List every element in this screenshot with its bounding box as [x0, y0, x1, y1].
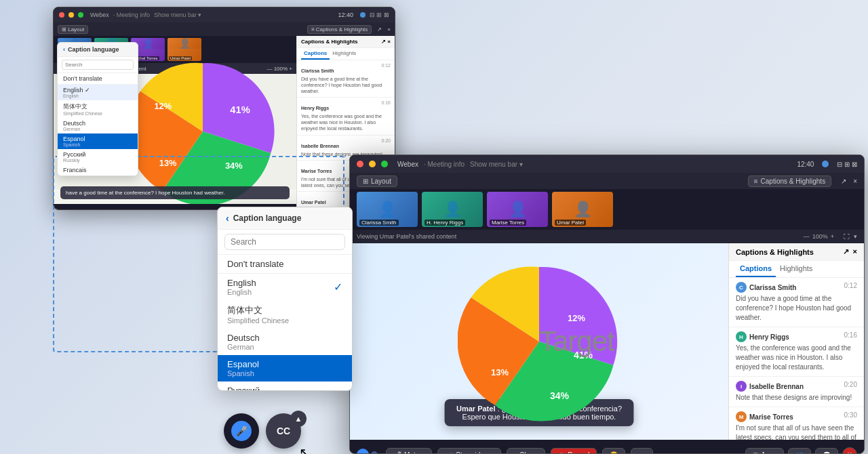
small-show-menu[interactable]: Show menu bar ▾: [154, 12, 202, 18]
main-caption-isabelle: I Isabelle Brennan 0:20 Note that these …: [729, 377, 864, 407]
dropdown-back-arrow[interactable]: ‹: [226, 213, 229, 224]
reactions-icon: 😊: [610, 451, 618, 455]
main-panel-close[interactable]: ×: [853, 247, 857, 256]
bottom-expand-btn[interactable]: ▲: [290, 411, 307, 427]
fullscreen-btn[interactable]: ⛶: [844, 233, 850, 240]
main-window-controls[interactable]: ⊟ ⊞ ⊠: [837, 161, 857, 168]
svg-text:34%: 34%: [225, 161, 243, 171]
main-show-menu[interactable]: Show menu bar ▾: [470, 161, 523, 168]
small-mute-btn[interactable]: 🎤 Mute ▾: [91, 209, 119, 210]
main-maximize-dot[interactable]: [381, 161, 388, 167]
main-stop-video-btn[interactable]: 📹 Stop video ▾: [437, 448, 500, 455]
main-content-area: Target 12% 41% 34% 13%: [350, 243, 864, 440]
avatar-isabelle: I: [736, 381, 747, 392]
main-captions-close[interactable]: ×: [853, 178, 857, 185]
english-check-icon: ✓: [334, 281, 342, 293]
avatar-marise: M: [736, 411, 747, 422]
main-mute-btn[interactable]: 🎤 Mute ▾: [386, 448, 432, 455]
zoom-level: 100%: [812, 233, 828, 240]
dropdown-search-box: [218, 230, 352, 255]
collapse-btn[interactable]: ▾: [854, 233, 857, 240]
small-stop-video-btn[interactable]: 📹 Stop video ▾: [123, 209, 164, 210]
caption-search-input[interactable]: [224, 234, 345, 250]
svg-text:13%: 13%: [491, 367, 509, 377]
chart-target-label: Target: [539, 325, 614, 358]
bottom-mic-btn[interactable]: 🎤: [224, 413, 259, 449]
small-status-dot: [360, 12, 366, 18]
small-item-francais[interactable]: Francais: [58, 165, 138, 176]
main-minimize-dot[interactable]: [369, 161, 376, 167]
main-caption-clarissa: C Clarissa Smith 0:12 Did you have a goo…: [729, 278, 864, 327]
mic-status-icon: ●: [357, 449, 369, 454]
main-participant-henry: 👤 H. Henry Riggs: [422, 192, 483, 227]
avatar-henry: H: [736, 331, 747, 342]
small-item-english[interactable]: English ✓ English: [58, 85, 138, 100]
main-panel-tabs: Captions Highlights: [729, 261, 864, 278]
small-pie-chart: 41% 34% 13% 12%: [128, 57, 277, 206]
main-close-dot[interactable]: [357, 161, 363, 167]
small-captions-popout[interactable]: ↗: [377, 26, 382, 33]
small-panel-tabs: Captions Highlights: [297, 48, 395, 60]
svg-text:41%: 41%: [230, 104, 250, 115]
small-app-name: Webex: [90, 12, 109, 18]
small-item-chinese[interactable]: 简体中文 Simplified Chinese: [58, 100, 138, 118]
main-captions-popout[interactable]: ↗: [841, 178, 846, 185]
main-meeting-info[interactable]: · Meeting info: [424, 161, 465, 168]
main-reactions-btn[interactable]: 😊: [602, 448, 625, 455]
main-people-btn[interactable]: 👥: [788, 448, 811, 455]
zoom-minus[interactable]: —: [804, 233, 810, 240]
video-chevron: ▾: [491, 452, 494, 455]
dropdown-item-dont-translate[interactable]: Don't translate: [218, 255, 352, 273]
minimize-dot[interactable]: [68, 12, 74, 18]
main-captions-scroll: C Clarissa Smith 0:12 Did you have a goo…: [729, 278, 864, 440]
main-end-btn[interactable]: ×: [842, 447, 857, 454]
main-record-btn[interactable]: ⏺ Record: [551, 448, 597, 455]
share-icon: ↑: [514, 451, 517, 455]
small-search-input[interactable]: [62, 60, 134, 70]
small-record-btn[interactable]: ⏺ Record: [192, 210, 220, 211]
small-meeting-info[interactable]: · Meeting info: [113, 12, 150, 18]
chat-icon: 💬: [823, 451, 831, 455]
small-tab-highlights[interactable]: Highlights: [330, 48, 359, 60]
small-layout-btn[interactable]: ⊞ Layout: [58, 25, 88, 34]
audio-icon-group: ● ●: [357, 449, 378, 454]
main-more-btn[interactable]: •••: [631, 448, 653, 455]
close-dot[interactable]: [59, 12, 64, 18]
main-layout-btn[interactable]: ⊞ Layout: [357, 176, 397, 187]
svg-text:13%: 13%: [159, 158, 177, 168]
small-item-deutsch[interactable]: Deutsch German: [58, 118, 138, 133]
small-captions-close[interactable]: ×: [387, 26, 391, 33]
bottom-cc-group: CC ▲ ↖: [266, 413, 301, 449]
main-panel-popout[interactable]: ↗: [843, 247, 849, 256]
dropdown-item-espanol[interactable]: Espanol Spanish: [218, 355, 352, 381]
small-item-dont-translate[interactable]: Don't translate: [58, 73, 138, 84]
dropdown-item-english[interactable]: English English ✓: [218, 274, 352, 300]
small-share-btn[interactable]: Share: [168, 210, 188, 211]
main-chart-area: Target 12% 41% 34% 13%: [350, 243, 728, 440]
main-share-btn[interactable]: ↑ Share: [507, 448, 546, 455]
dropdown-item-russian[interactable]: Русский Russkiy: [218, 381, 352, 390]
zoom-plus[interactable]: +: [831, 233, 834, 240]
svg-text:34%: 34%: [550, 390, 570, 401]
main-toolbar: ● ● 🎤 Mute ▾ 📹 Stop video ▾ ↑ Share ⏺ Re…: [350, 440, 864, 454]
small-item-espanol[interactable]: Espanol Spanish: [58, 133, 138, 149]
main-participant-umar: 👤 Umar Patel: [552, 192, 613, 227]
small-captions-btn[interactable]: ≡ Captions & Highlights: [307, 25, 372, 34]
main-status-dot: [822, 161, 829, 167]
main-tab-captions[interactable]: Captions: [736, 261, 776, 277]
main-apps-btn[interactable]: ⊞ Apps: [745, 448, 784, 455]
main-captions-btn[interactable]: ≡ Captions & Highlights: [748, 176, 831, 187]
maximize-dot[interactable]: [78, 12, 83, 18]
main-tab-highlights[interactable]: Highlights: [776, 261, 816, 277]
dropdown-item-chinese[interactable]: 简体中文 Simplified Chinese: [218, 300, 352, 329]
small-back-arrow[interactable]: ‹: [63, 46, 65, 53]
small-item-russian[interactable]: Русский Russkiy: [58, 149, 138, 165]
small-panel-header: Captions & Highlights ↗ ×: [297, 36, 395, 48]
small-window-controls[interactable]: ⊟ ⊞ ⊠: [370, 12, 389, 18]
small-panel-controls[interactable]: ↗ ×: [381, 39, 391, 45]
dropdown-item-deutsch[interactable]: Deutsch German: [218, 329, 352, 355]
more-icon: •••: [638, 451, 646, 455]
mute-chevron: ▾: [422, 452, 425, 455]
main-chat-btn[interactable]: 💬: [815, 448, 838, 455]
small-tab-captions[interactable]: Captions: [301, 48, 330, 60]
